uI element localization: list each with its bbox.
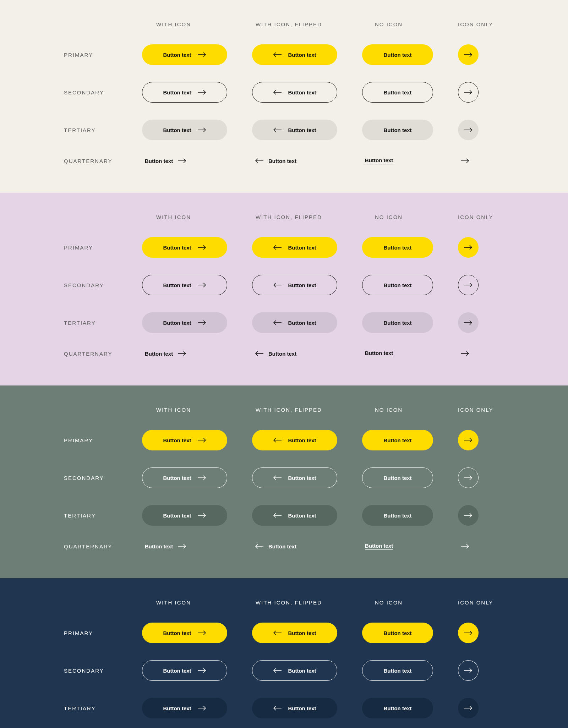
tertiary-button-no-icon[interactable]: Button text <box>362 312 433 333</box>
quarternary-button-icon-only[interactable] <box>458 158 472 163</box>
column-header: WITH ICON <box>142 600 231 606</box>
column-header: WITH ICON, FLIPPED <box>252 407 341 413</box>
quarternary-button-with-icon[interactable]: Button text <box>142 543 189 549</box>
secondary-button-icon-only[interactable] <box>458 467 479 488</box>
secondary-button-with-icon[interactable]: Button text <box>142 660 227 681</box>
button-label: Button text <box>268 351 296 357</box>
quarternary-button-icon-only[interactable] <box>458 351 472 356</box>
secondary-button-with-icon-flipped[interactable]: Button text <box>252 275 337 295</box>
tertiary-button-with-icon[interactable]: Button text <box>142 312 227 333</box>
primary-button-with-icon-flipped[interactable]: Button text <box>252 623 337 643</box>
button-label: Button text <box>163 52 191 58</box>
row-header-tertiary: TERTIARY <box>64 320 121 326</box>
primary-button-with-icon[interactable]: Button text <box>142 430 227 450</box>
quarternary-button-icon-only[interactable] <box>458 544 472 549</box>
arrow-left-icon <box>273 283 282 288</box>
secondary-button-with-icon[interactable]: Button text <box>142 82 227 103</box>
primary-button-no-icon[interactable]: Button text <box>362 237 433 258</box>
row-header-tertiary: TERTIARY <box>64 705 121 711</box>
quarternary-button-with-icon-flipped[interactable]: Button text <box>252 158 299 164</box>
tertiary-button-with-icon[interactable]: Button text <box>142 505 227 526</box>
button-label: Button text <box>383 630 411 636</box>
arrow-left-icon <box>273 320 282 325</box>
tertiary-button-no-icon[interactable]: Button text <box>362 120 433 140</box>
tertiary-button-with-icon-flipped[interactable]: Button text <box>252 698 337 718</box>
tertiary-button-icon-only[interactable] <box>458 312 479 333</box>
primary-button-icon-only[interactable] <box>458 430 479 450</box>
row-header-tertiary: TERTIARY <box>64 513 121 519</box>
secondary-button-with-icon[interactable]: Button text <box>142 275 227 295</box>
quarternary-button-no-icon[interactable]: Button text <box>362 157 396 164</box>
arrow-right-icon <box>464 668 473 673</box>
row-header-secondary: SECONDARY <box>64 668 121 674</box>
column-header: NO ICON <box>362 407 437 413</box>
secondary-button-icon-only[interactable] <box>458 660 479 681</box>
tertiary-button-icon-only[interactable] <box>458 698 479 718</box>
tertiary-button-with-icon-flipped[interactable]: Button text <box>252 505 337 526</box>
primary-button-icon-only[interactable] <box>458 623 479 643</box>
secondary-button-icon-only[interactable] <box>458 82 479 103</box>
quarternary-button-no-icon[interactable]: Button text <box>362 350 396 357</box>
primary-button-icon-only[interactable] <box>458 44 479 65</box>
primary-button-no-icon[interactable]: Button text <box>362 623 433 643</box>
secondary-button-no-icon[interactable]: Button text <box>362 467 433 488</box>
button-label: Button text <box>145 543 173 549</box>
tertiary-button-with-icon-flipped[interactable]: Button text <box>252 120 337 140</box>
primary-button-with-icon[interactable]: Button text <box>142 44 227 65</box>
arrow-right-icon <box>464 475 473 480</box>
secondary-button-with-icon[interactable]: Button text <box>142 467 227 488</box>
primary-button-no-icon[interactable]: Button text <box>362 430 433 450</box>
row-header-tertiary: TERTIARY <box>64 127 121 133</box>
tertiary-button-with-icon[interactable]: Button text <box>142 120 227 140</box>
arrow-right-icon <box>464 245 473 250</box>
arrow-right-icon <box>178 158 186 163</box>
primary-button-with-icon[interactable]: Button text <box>142 623 227 643</box>
tertiary-button-with-icon-flipped[interactable]: Button text <box>252 312 337 333</box>
secondary-button-with-icon-flipped[interactable]: Button text <box>252 82 337 103</box>
arrow-left-icon <box>273 90 282 95</box>
arrow-left-icon <box>273 438 282 443</box>
arrow-right-icon <box>464 320 473 325</box>
arrow-left-icon <box>273 127 282 132</box>
button-label: Button text <box>163 282 191 288</box>
arrow-left-icon <box>273 513 282 518</box>
tertiary-button-with-icon[interactable]: Button text <box>142 698 227 718</box>
quarternary-button-with-icon[interactable]: Button text <box>142 158 189 164</box>
secondary-button-icon-only[interactable] <box>458 275 479 295</box>
primary-button-no-icon[interactable]: Button text <box>362 44 433 65</box>
quarternary-button-with-icon-flipped[interactable]: Button text <box>252 543 299 549</box>
button-label: Button text <box>365 543 393 550</box>
quarternary-button-with-icon-flipped[interactable]: Button text <box>252 351 299 357</box>
arrow-right-icon <box>198 52 206 57</box>
primary-button-with-icon-flipped[interactable]: Button text <box>252 44 337 65</box>
secondary-button-with-icon-flipped[interactable]: Button text <box>252 660 337 681</box>
arrow-left-icon <box>255 158 263 163</box>
row-header-primary: PRIMARY <box>64 630 121 636</box>
secondary-button-no-icon[interactable]: Button text <box>362 82 433 103</box>
arrow-left-icon <box>255 351 263 356</box>
column-header: ICON ONLY <box>458 21 497 27</box>
secondary-button-with-icon-flipped[interactable]: Button text <box>252 467 337 488</box>
button-label: Button text <box>163 475 191 481</box>
primary-button-with-icon[interactable]: Button text <box>142 237 227 258</box>
primary-button-icon-only[interactable] <box>458 237 479 258</box>
arrow-left-icon <box>255 544 263 549</box>
column-header: WITH ICON, FLIPPED <box>252 600 341 606</box>
quarternary-button-no-icon[interactable]: Button text <box>362 543 396 550</box>
primary-button-with-icon-flipped[interactable]: Button text <box>252 430 337 450</box>
quarternary-button-with-icon[interactable]: Button text <box>142 351 189 357</box>
tertiary-button-no-icon[interactable]: Button text <box>362 698 433 718</box>
primary-button-with-icon-flipped[interactable]: Button text <box>252 237 337 258</box>
button-label: Button text <box>288 668 316 674</box>
secondary-button-no-icon[interactable]: Button text <box>362 275 433 295</box>
tertiary-button-icon-only[interactable] <box>458 120 479 140</box>
button-label: Button text <box>383 475 411 481</box>
row-header-primary: PRIMARY <box>64 52 121 58</box>
tertiary-button-icon-only[interactable] <box>458 505 479 526</box>
arrow-right-icon <box>464 127 473 132</box>
button-label: Button text <box>288 513 316 519</box>
button-label: Button text <box>145 158 173 164</box>
section-lilac: WITH ICONWITH ICON, FLIPPEDNO ICONICON O… <box>0 193 568 385</box>
tertiary-button-no-icon[interactable]: Button text <box>362 505 433 526</box>
secondary-button-no-icon[interactable]: Button text <box>362 660 433 681</box>
